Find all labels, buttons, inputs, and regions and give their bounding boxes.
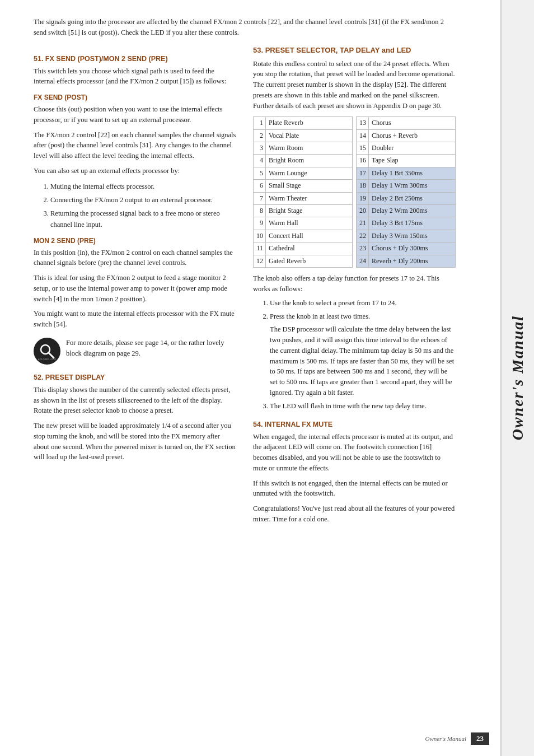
section54-body1: When engaged, the internal effects proce… [253,432,456,474]
preset-num: 15 [357,142,369,155]
tap-list-item-2: Press the knob in at least two times.The… [270,311,456,398]
right-column: 53. PRESET SELECTOR, TAP DELAY and LED R… [253,46,456,529]
preset-num: 5 [254,167,266,179]
closer-look-box: A CLOSER LOOK For more details, please s… [34,338,236,365]
fx-send-post-title: FX SEND (POST) [34,94,236,101]
preset-num: 1 [254,117,266,129]
preset-row: 13Chorus [357,117,456,129]
preset-num: 22 [357,230,369,242]
preset-num: 12 [254,255,266,267]
two-column-layout: 51. FX SEND (POST)/MON 2 SEND (PRE) This… [34,46,456,529]
preset-num: 21 [357,217,369,230]
preset-row: 8Bright Stage [254,204,353,217]
tap-list: Use the knob to select a preset from 17 … [270,297,456,411]
preset-row: 23Chorus + Dly 300ms [357,242,456,255]
preset-name: Gated Reverb [266,255,353,267]
vertical-label: Owner's Manual [509,315,527,440]
preset-name: Bright Stage [266,204,353,217]
page-footer: Owner's Manual 23 [425,732,489,745]
preset-name: Doubler [369,142,456,155]
mon2-send-pre-body2: This is ideal for using the FX/mon 2 out… [34,273,236,304]
preset-num: 20 [357,204,369,217]
preset-num: 19 [357,192,369,204]
preset-name: Warm Theater [266,192,353,204]
preset-num: 24 [357,255,369,267]
preset-num: 14 [357,129,369,142]
fx-send-post-body1: Choose this (out) position when you want… [34,104,236,125]
preset-row: 12Gated Reverb [254,255,353,267]
preset-name: Chorus + Reverb [369,129,456,142]
preset-row: 10Concert Hall [254,230,353,242]
section53-body: Rotate this endless control to select on… [253,59,456,111]
preset-table-left: 1Plate Reverb2Vocal Plate3Warm Room4Brig… [253,116,353,268]
preset-row: 6Small Stage [254,180,353,192]
preset-table-right: 13Chorus14Chorus + Reverb15Doubler16Tape… [356,116,456,268]
section51-body: This switch lets you choose which signal… [34,66,236,87]
preset-row: 17Delay 1 Brt 350ms [357,167,456,179]
page-container: Owner's Manual The signals going into th… [0,0,534,756]
preset-num: 16 [357,155,369,167]
preset-row: 24Reverb + Dly 200ms [357,255,456,267]
preset-row: 3Warm Room [254,142,353,155]
section51-title: 51. FX SEND (POST)/MON 2 SEND (PRE) [34,55,236,63]
preset-row: 2Vocal Plate [254,129,353,142]
preset-name: Delay 3 Wrm 150ms [369,230,456,242]
preset-num: 8 [254,204,266,217]
preset-name: Cathedral [266,242,353,255]
preset-name: Bright Room [266,155,353,167]
list-item: Connecting the FX/mon 2 output to an ext… [50,194,236,206]
preset-num: 2 [254,129,266,142]
preset-num: 17 [357,167,369,179]
preset-name: Delay 1 Wrm 300ms [369,180,456,192]
preset-row: 19Delay 2 Brt 250ms [357,192,456,204]
footer-label: Owner's Manual [425,735,466,742]
page-number: 23 [471,732,489,745]
tap-note: The knob also offers a tap delay functio… [253,273,456,295]
section54-body2: If this switch is not engaged, then the … [253,478,456,500]
list-item: Returning the processed signal back to a… [50,208,236,230]
preset-name: Delay 2 Wrm 200ms [369,204,456,217]
mon2-send-pre-body1: In this position (in), the FX/mon 2 cont… [34,248,236,269]
preset-name: Warm Hall [266,217,353,230]
preset-name: Warm Room [266,142,353,155]
preset-row: 16Tape Slap [357,155,456,167]
preset-name: Reverb + Dly 200ms [369,255,456,267]
preset-name: Vocal Plate [266,129,353,142]
section52-body1: This display shows the number of the cur… [34,385,236,416]
preset-name: Plate Reverb [266,117,353,129]
preset-row: 5Warm Lounge [254,167,353,179]
preset-row: 21Delay 3 Brt 175ms [357,217,456,230]
fx-send-post-body2: The FX/mon 2 control [22] on each channe… [34,130,236,161]
preset-row: 1Plate Reverb [254,117,353,129]
svg-text:A CLOSER LOOK: A CLOSER LOOK [38,358,57,361]
preset-name: Small Stage [266,180,353,192]
mon2-send-pre-body3: You might want to mute the internal effe… [34,309,236,330]
fx-send-post-list-intro: You can also set up an external effects … [34,166,236,176]
preset-name: Chorus + Dly 300ms [369,242,456,255]
preset-row: 14Chorus + Reverb [357,129,456,142]
closer-look-icon: A CLOSER LOOK [34,338,60,365]
tap-detail: The DSP processor will calculate the tim… [270,324,456,398]
preset-row: 9Warm Hall [254,217,353,230]
svg-line-1 [49,353,54,358]
preset-num: 18 [357,180,369,192]
preset-name: Delay 1 Brt 350ms [369,167,456,179]
preset-row: 4Bright Room [254,155,353,167]
fx-send-post-list: Muting the internal effects processor. C… [50,181,236,230]
preset-name: Concert Hall [266,230,353,242]
preset-num: 23 [357,242,369,255]
preset-name: Delay 2 Brt 250ms [369,192,456,204]
preset-num: 6 [254,180,266,192]
section54-body3: Congratulations! You've just read about … [253,503,456,525]
preset-row: 22Delay 3 Wrm 150ms [357,230,456,242]
closer-look-text: For more details, please see page 14, or… [66,338,236,359]
section52-body2: The new preset will be loaded approximat… [34,421,236,463]
preset-name: Warm Lounge [266,167,353,179]
preset-num: 7 [254,192,266,204]
section54-title: 54. INTERNAL FX MUTE [253,421,456,428]
section53-title: 53. PRESET SELECTOR, TAP DELAY and LED [253,46,456,54]
section52-title: 52. PRESET DISPLAY [34,374,236,381]
preset-name: Delay 3 Brt 175ms [369,217,456,230]
preset-num: 10 [254,230,266,242]
preset-num: 11 [254,242,266,255]
